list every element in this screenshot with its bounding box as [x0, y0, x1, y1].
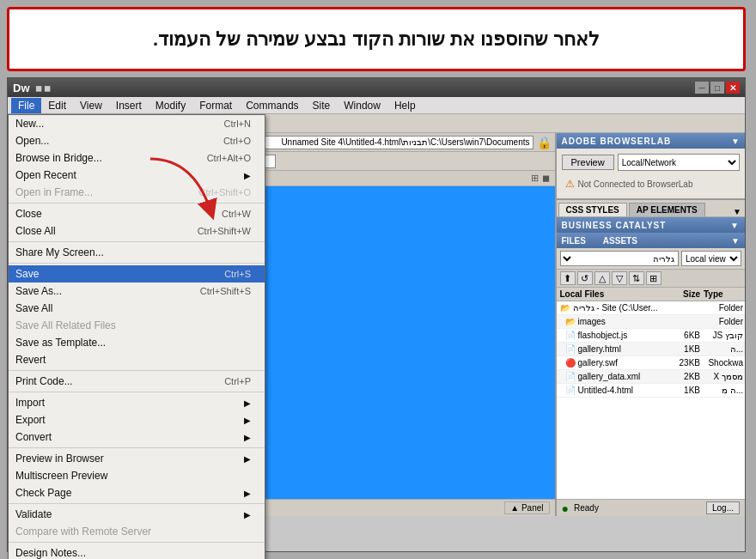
- browserlab-collapse[interactable]: ▼: [731, 137, 740, 146]
- file-name-cell: 📄gallery_data.xml: [557, 371, 668, 382]
- menu-item-arrow: ▶: [244, 433, 251, 442]
- not-connected-text: Not Connected to BrowserLab: [578, 179, 693, 189]
- file-action-refresh[interactable]: ↺: [577, 271, 593, 285]
- menu-item-label: Save as Template...: [15, 337, 106, 349]
- menu-item-save-as-template---[interactable]: Save as Template...: [9, 334, 265, 351]
- warning-icon: ⚠: [565, 178, 575, 190]
- preview-button[interactable]: Preview: [562, 155, 614, 170]
- maximize-button[interactable]: □: [710, 82, 724, 94]
- file-row[interactable]: 📂גלריה - Site (C:\User...Folder: [557, 301, 745, 315]
- menu-separator-30: [9, 542, 265, 543]
- file-name-text: gallery_data.xml: [578, 372, 641, 381]
- menu-item-label: Save As...: [15, 285, 62, 297]
- menu-item-multiscreen-preview[interactable]: Multiscreen Preview: [9, 467, 265, 484]
- menu-item-import[interactable]: Import▶: [9, 394, 265, 411]
- minimize-button[interactable]: ─: [695, 82, 709, 94]
- menu-commands[interactable]: Commands: [239, 98, 305, 113]
- menu-item-close-all[interactable]: Close AllCtrl+Shift+W: [9, 222, 265, 240]
- view-mode-select[interactable]: Local view: [681, 251, 741, 266]
- file-row[interactable]: 📄Untitled-4.html1KB...ה מ: [557, 384, 745, 398]
- file-row[interactable]: 📄gallery.html1KB...ה: [557, 343, 745, 356]
- file-row[interactable]: 📂imagesFolder: [557, 315, 745, 329]
- site-select[interactable]: גלריה: [560, 251, 679, 266]
- menu-item-check-page[interactable]: Check Page▶: [9, 484, 265, 501]
- menu-item-browse-in-bridge---[interactable]: Browse in Bridge...Ctrl+Alt+O: [9, 149, 265, 167]
- menu-item-label: Open...: [15, 135, 49, 147]
- menu-item-preview-in-browser[interactable]: Preview in Browser▶: [9, 450, 265, 467]
- panel-toggle[interactable]: ▲ Panel: [504, 501, 549, 514]
- file-action-upload[interactable]: △: [594, 271, 610, 285]
- menu-item-label: Design Notes...: [15, 547, 86, 559]
- file-size-cell: [668, 321, 702, 323]
- menu-item-label: Share My Screen...: [15, 246, 104, 258]
- menu-item-print-code---[interactable]: Print Code...Ctrl+P: [9, 373, 265, 390]
- log-button[interactable]: Log...: [706, 501, 740, 514]
- menu-item-label: Preview in Browser: [15, 453, 104, 465]
- file-name-text: gallery.swf: [578, 358, 619, 368]
- menu-separator-5: [9, 203, 265, 204]
- menu-edit[interactable]: Edit: [41, 98, 73, 113]
- menu-item-arrow: ▶: [244, 454, 251, 464]
- files-collapse[interactable]: ▼: [731, 236, 740, 246]
- menu-view[interactable]: View: [73, 98, 109, 113]
- menu-item-label: Save All Related Files: [15, 319, 116, 331]
- file-row[interactable]: 📄flashobject.js6KBקובץ JS: [557, 329, 745, 343]
- menu-insert[interactable]: Insert: [109, 98, 149, 113]
- menu-separator-27: [9, 503, 265, 504]
- bc-collapse[interactable]: ▼: [730, 221, 740, 230]
- menu-item-save[interactable]: SaveCtrl+S: [9, 265, 265, 283]
- menu-item-validate[interactable]: Validate▶: [9, 506, 265, 523]
- menu-separator-23: [9, 447, 265, 448]
- file-name-cell: 📄gallery.html: [557, 343, 668, 355]
- file-action-expand[interactable]: ⊞: [646, 271, 662, 285]
- file-icon: 📄: [565, 344, 576, 354]
- menu-item-open---[interactable]: Open...Ctrl+O: [9, 132, 265, 149]
- file-icon: 📄: [565, 331, 576, 340]
- menu-separator-8: [9, 241, 265, 242]
- menu-item-revert[interactable]: Revert: [9, 351, 265, 368]
- menu-item-label: Browse in Bridge...: [15, 152, 102, 164]
- preview-row: Preview Local/Network: [562, 154, 740, 171]
- file-row[interactable]: 🔴gallery.swf23KBShockwa: [557, 356, 745, 370]
- right-panel: ADOBE BROWSERLAB ▼ Preview Local/Network…: [557, 133, 745, 516]
- menu-item-arrow: ▶: [244, 398, 251, 408]
- menu-item-convert[interactable]: Convert▶: [9, 428, 265, 446]
- menu-item-save-all[interactable]: Save All: [9, 300, 265, 317]
- file-row[interactable]: 📄gallery_data.xml2KBמסמך X: [557, 370, 745, 384]
- menu-window[interactable]: Window: [337, 98, 387, 113]
- tutorial-box: לאחר שהוספנו את שורות הקוד נבצע שמירה של…: [7, 7, 746, 71]
- menu-item-export[interactable]: Export▶: [9, 411, 265, 428]
- tab-css-styles[interactable]: CSS STYLES: [558, 203, 627, 216]
- menu-item-close[interactable]: CloseCtrl+W: [9, 205, 265, 222]
- menu-modify[interactable]: Modify: [149, 98, 192, 113]
- app-logo: Dw: [13, 82, 30, 94]
- css-panel-collapse[interactable]: ▼: [733, 207, 741, 216]
- menu-item-label: Close All: [15, 225, 56, 237]
- file-action-connect[interactable]: ⬆: [560, 271, 576, 285]
- bottom-status: ● Ready Log...: [557, 499, 745, 516]
- file-name-text: Untitled-4.html: [578, 386, 633, 395]
- menu-file[interactable]: File: [11, 98, 41, 113]
- menu-item-open-recent[interactable]: Open Recent▶: [9, 167, 265, 184]
- menu-item-label: Compare with Remote Server: [15, 526, 151, 538]
- menu-item-save-as---[interactable]: Save As...Ctrl+Shift+S: [9, 283, 265, 300]
- menu-help[interactable]: Help: [387, 98, 423, 113]
- menu-item-shortcut: Ctrl+S: [224, 269, 251, 279]
- menu-site[interactable]: Site: [306, 98, 338, 113]
- close-button[interactable]: ✕: [726, 82, 740, 94]
- menu-item-new---[interactable]: New...Ctrl+N: [9, 115, 265, 132]
- file-action-download[interactable]: ▽: [612, 271, 627, 285]
- file-name-cell: 📄flashobject.js: [557, 330, 668, 341]
- menu-format[interactable]: Format: [192, 98, 239, 113]
- menu-item-design-notes---[interactable]: Design Notes...: [9, 544, 265, 559]
- lock-icon: 🔒: [537, 136, 552, 149]
- files-panel-header: FILES ASSETS ▼: [557, 233, 745, 248]
- css-tabs: CSS STYLES AP ELEMENTS ▼: [557, 200, 745, 217]
- network-select[interactable]: Local/Network: [618, 154, 740, 171]
- menu-item-label: Validate: [15, 508, 52, 520]
- file-name-text: flashobject.js: [578, 331, 628, 340]
- menu-item-share-my-screen---[interactable]: Share My Screen...: [9, 244, 265, 261]
- tab-ap-elements[interactable]: AP ELEMENTS: [629, 203, 705, 216]
- menu-item-arrow: ▶: [244, 171, 251, 180]
- file-action-sync[interactable]: ⇅: [629, 271, 644, 285]
